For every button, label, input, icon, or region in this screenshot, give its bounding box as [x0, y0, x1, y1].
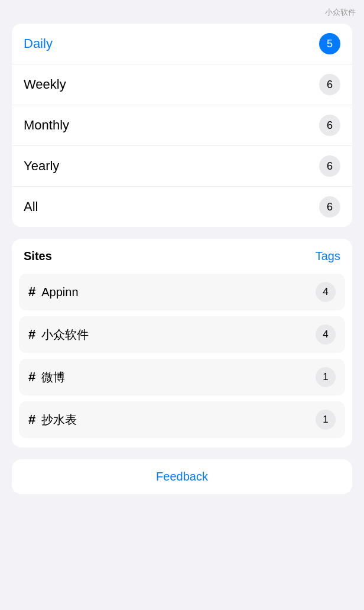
period-label: Weekly — [24, 77, 66, 92]
period-row[interactable]: Weekly6 — [12, 64, 352, 105]
period-badge: 5 — [319, 33, 340, 54]
period-card: Daily5Weekly6Monthly6Yearly6All6 — [12, 24, 352, 227]
period-label: All — [24, 199, 38, 215]
period-label: Yearly — [24, 158, 59, 174]
sites-title: Sites — [24, 249, 52, 263]
site-row[interactable]: #微博1 — [19, 359, 345, 395]
site-badge: 1 — [316, 410, 336, 430]
main-container: Daily5Weekly6Monthly6Yearly6All6 Sites T… — [0, 0, 364, 512]
period-row[interactable]: All6 — [12, 187, 352, 227]
period-badge: 6 — [319, 155, 340, 177]
site-name: 微博 — [41, 369, 65, 385]
sites-card: Sites Tags #Appinn4#小众软件4#微博1#抄水表1 — [12, 239, 352, 447]
site-row[interactable]: #抄水表1 — [19, 401, 345, 438]
site-badge: 1 — [316, 367, 336, 387]
site-left: #小众软件 — [28, 327, 89, 343]
site-name: 抄水表 — [41, 412, 77, 428]
period-badge: 6 — [319, 115, 340, 136]
sites-header: Sites Tags — [12, 239, 352, 269]
site-row[interactable]: #小众软件4 — [19, 316, 345, 353]
sites-list: #Appinn4#小众软件4#微博1#抄水表1 — [12, 269, 352, 447]
period-label: Daily — [24, 36, 53, 51]
tags-button[interactable]: Tags — [316, 249, 340, 263]
period-label: Monthly — [24, 118, 69, 133]
period-row[interactable]: Daily5 — [12, 24, 352, 64]
hash-icon: # — [28, 327, 35, 342]
feedback-card[interactable]: Feedback — [12, 459, 352, 494]
hash-icon: # — [28, 284, 35, 300]
site-left: #微博 — [28, 369, 65, 385]
watermark-label: 小众软件 — [325, 7, 356, 18]
site-badge: 4 — [316, 325, 336, 345]
site-row[interactable]: #Appinn4 — [19, 274, 345, 310]
site-left: #Appinn — [28, 284, 79, 300]
site-name: 小众软件 — [41, 327, 89, 343]
site-left: #抄水表 — [28, 412, 77, 428]
site-name: Appinn — [41, 285, 78, 299]
hash-icon: # — [28, 369, 35, 385]
hash-icon: # — [28, 412, 35, 427]
site-badge: 4 — [316, 282, 336, 302]
period-row[interactable]: Monthly6 — [12, 105, 352, 146]
period-badge: 6 — [319, 74, 340, 95]
period-badge: 6 — [319, 196, 340, 218]
feedback-label: Feedback — [156, 470, 208, 484]
period-row[interactable]: Yearly6 — [12, 146, 352, 187]
